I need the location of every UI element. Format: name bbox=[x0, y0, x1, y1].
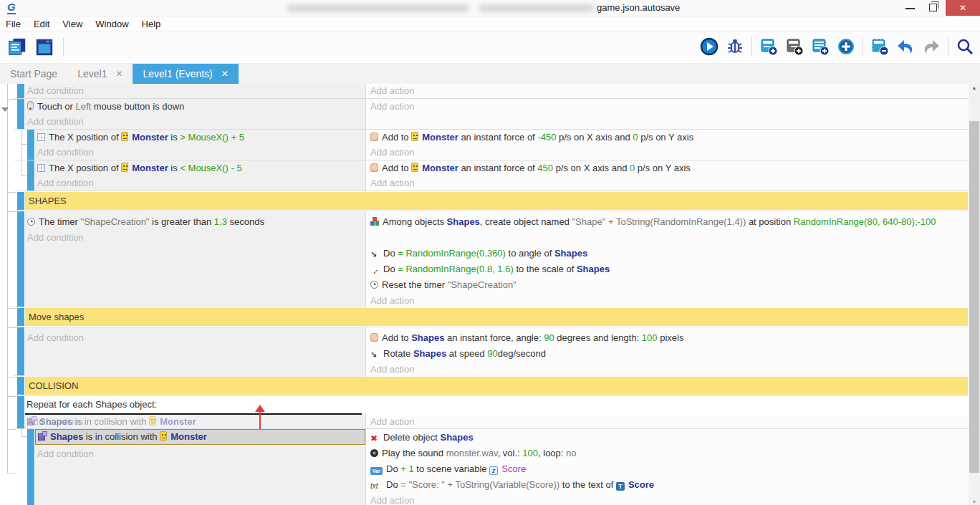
add-condition-button[interactable]: Add condition bbox=[25, 230, 365, 246]
tab-start-page[interactable]: Start Page bbox=[0, 64, 67, 84]
event-bar bbox=[27, 130, 34, 160]
remove-event-icon[interactable] bbox=[870, 37, 889, 56]
menu-edit[interactable]: Edit bbox=[27, 19, 56, 29]
close-tab-icon[interactable]: ✕ bbox=[115, 69, 123, 79]
tab-level1[interactable]: Level1 ✕ bbox=[67, 64, 133, 84]
collapse-arrow-icon[interactable] bbox=[1, 107, 9, 112]
action-row[interactable]: Add to Monster an instant force of 450 p… bbox=[367, 160, 969, 176]
condition-row[interactable]: Touch or Left mouse button is down bbox=[25, 99, 365, 115]
add-comment-icon[interactable] bbox=[811, 37, 830, 56]
redo-icon[interactable] bbox=[922, 37, 941, 56]
add-condition-button[interactable]: Add condition bbox=[35, 145, 365, 160]
scroll-up-icon[interactable]: ▲ bbox=[969, 85, 980, 90]
add-condition-button[interactable]: Add condition bbox=[25, 115, 365, 129]
selected-condition-row[interactable]: Shapes is in collision with Monster bbox=[35, 429, 365, 445]
action-row[interactable]: Play the sound monster.wav, vol.: 100, l… bbox=[367, 446, 969, 461]
event-sheet: Add condition Add action Touch or Left m… bbox=[0, 84, 980, 505]
add-action-button[interactable]: Add action bbox=[367, 176, 969, 191]
undo-icon[interactable] bbox=[896, 37, 915, 56]
event-bar bbox=[17, 377, 24, 395]
menu-file[interactable]: File bbox=[0, 19, 27, 29]
add-event-icon[interactable] bbox=[759, 37, 778, 56]
menu-view[interactable]: View bbox=[56, 19, 89, 29]
toolbar-separator bbox=[863, 37, 863, 56]
sound-icon bbox=[370, 449, 378, 457]
group-header-move-shapes[interactable]: Move shapes bbox=[25, 308, 968, 326]
action-row[interactable]: ✖Delete object Shapes bbox=[367, 430, 969, 446]
group-header-shapes[interactable]: SHAPES bbox=[25, 192, 968, 210]
add-condition-button[interactable]: Add condition bbox=[35, 446, 365, 462]
create-icon bbox=[370, 217, 379, 226]
toolbar bbox=[0, 32, 980, 64]
condition-row[interactable]: The X position of Monster is < MouseX() … bbox=[35, 160, 365, 176]
add-action-button[interactable]: Add action bbox=[367, 493, 969, 505]
action-row[interactable]: ↘Rotate Shapes at speed 90deg/second bbox=[367, 346, 969, 362]
action-row[interactable]: ↘Do = RandomInRange(0,360) to angle of S… bbox=[367, 246, 969, 261]
scene-editor-icon[interactable] bbox=[34, 37, 54, 57]
project-manager-icon[interactable] bbox=[7, 37, 27, 57]
debug-icon[interactable] bbox=[726, 37, 744, 56]
add-condition-button[interactable]: Add condition bbox=[25, 330, 365, 346]
angle-icon: ↘ bbox=[370, 246, 380, 262]
action-row[interactable]: Add to Monster an instant force of -450 … bbox=[367, 130, 969, 145]
group-header-collision[interactable]: COLLISION bbox=[25, 377, 968, 395]
action-row[interactable]: txtDo = "Score: " + ToString(Variable(Sc… bbox=[367, 477, 969, 493]
add-action-button[interactable]: Add action bbox=[367, 99, 969, 115]
action-cell: Add action bbox=[367, 99, 969, 129]
minimize-button[interactable] bbox=[905, 8, 915, 9]
action-cell: Add action bbox=[367, 84, 969, 98]
scroll-down-icon[interactable]: ▼ bbox=[969, 499, 980, 504]
action-row[interactable]: VarDo + 1 to scene variable zScore bbox=[367, 461, 969, 477]
condition-cell: The timer "ShapeCreation" is greater tha… bbox=[25, 211, 365, 309]
vertical-scrollbar[interactable]: ▲ ▼ bbox=[969, 84, 980, 505]
add-condition-button[interactable]: Add condition bbox=[35, 176, 365, 191]
timer-icon bbox=[27, 218, 35, 226]
action-cell: Among objects Shapes, create object name… bbox=[367, 211, 969, 309]
event-bar bbox=[17, 396, 24, 428]
action-cell: Add action bbox=[367, 415, 969, 428]
add-subevent-icon[interactable] bbox=[785, 37, 804, 56]
add-condition-button[interactable]: Add condition bbox=[25, 84, 365, 98]
restore-button[interactable] bbox=[929, 4, 937, 11]
event-bar bbox=[17, 327, 24, 375]
event-bar bbox=[27, 429, 34, 505]
add-other-icon[interactable] bbox=[837, 37, 855, 56]
condition-cell: Add condition bbox=[35, 445, 365, 505]
add-action-button[interactable]: Add action bbox=[367, 293, 969, 309]
add-action-button[interactable]: Add action bbox=[367, 145, 969, 160]
tree-line bbox=[7, 84, 8, 473]
menu-window[interactable]: Window bbox=[89, 19, 135, 29]
monster-icon bbox=[149, 416, 156, 425]
tab-level1-events[interactable]: Level1 (Events) ✕ bbox=[133, 64, 238, 84]
delete-icon: ✖ bbox=[370, 431, 380, 446]
condition-cell: The X position of Monster is > MouseX() … bbox=[35, 130, 365, 160]
action-row[interactable]: ↔Do = RandomInRange(0.8, 1.6) to the sca… bbox=[367, 261, 969, 277]
monster-icon bbox=[411, 132, 418, 141]
condition-row[interactable]: The X position of Monster is > MouseX() … bbox=[35, 130, 365, 145]
repeat-event-row[interactable]: Repeat for each Shapes object: bbox=[25, 396, 367, 413]
event-bar bbox=[17, 192, 24, 210]
menu-help[interactable]: Help bbox=[135, 19, 168, 29]
hand-icon bbox=[370, 333, 378, 342]
action-row[interactable]: Among objects Shapes, create object name… bbox=[367, 214, 961, 246]
action-cell: ✖Delete object Shapes Play the sound mon… bbox=[367, 429, 969, 505]
gdevelop-logo-icon: G bbox=[7, 1, 16, 14]
add-action-button[interactable]: Add action bbox=[367, 415, 969, 428]
action-row[interactable]: Reset the timer "ShapeCreation" bbox=[367, 277, 969, 293]
position-icon bbox=[37, 164, 45, 172]
condition-row[interactable]: The timer "ShapeCreation" is greater tha… bbox=[25, 214, 365, 230]
action-row[interactable]: Add to Shapes an instant force, angle: 9… bbox=[367, 330, 969, 346]
blurred-title-segment bbox=[479, 4, 595, 12]
monster-icon bbox=[160, 431, 167, 441]
play-icon[interactable] bbox=[700, 37, 719, 56]
add-action-button[interactable]: Add action bbox=[367, 362, 969, 377]
toolbar-separator bbox=[63, 38, 64, 57]
close-button[interactable]: ✕ bbox=[946, 0, 980, 16]
collision-icon bbox=[38, 433, 45, 441]
angle-icon: ↘ bbox=[370, 347, 380, 362]
close-tab-icon[interactable]: ✕ bbox=[221, 69, 229, 79]
monster-icon bbox=[121, 132, 128, 141]
search-icon[interactable] bbox=[956, 37, 974, 56]
scrollbar-thumb[interactable] bbox=[969, 121, 979, 473]
add-action-button[interactable]: Add action bbox=[367, 84, 969, 98]
